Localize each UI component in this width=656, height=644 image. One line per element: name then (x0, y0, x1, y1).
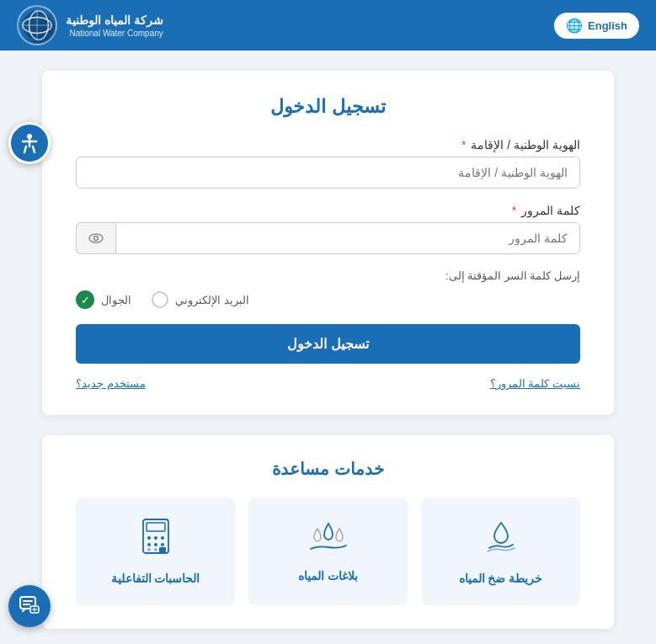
otp-email-option[interactable]: البريد الإلكتروني (152, 291, 249, 308)
main-content: تسجيل الدخول الهوية الوطنية / الإقامة * … (0, 51, 656, 644)
calculator-label: الحاسبات التفاعلية (111, 572, 200, 585)
water-bills-icon (306, 520, 351, 559)
lang-label: English (588, 19, 627, 32)
globe-icon: 🌐 (566, 18, 583, 34)
otp-mobile-label: الجوال (101, 294, 131, 306)
language-button[interactable]: English 🌐 (554, 13, 639, 39)
id-label: الهوية الوطنية / الإقامة * (76, 138, 580, 152)
calculator-icon (140, 518, 172, 562)
password-label: كلمة المرور * (76, 204, 580, 217)
company-arabic-name: شركة المياه الوطنية (66, 13, 163, 28)
svg-point-16 (161, 536, 164, 540)
id-field-group: الهوية الوطنية / الإقامة * (76, 138, 580, 189)
forgot-password-link[interactable]: نسيت كلمة المرور؟ (490, 377, 580, 390)
svg-line-9 (33, 146, 35, 152)
id-required: * (461, 138, 466, 152)
otp-label: إرسل كلمة السر المؤقتة إلى: (76, 269, 580, 282)
logo-svg (21, 9, 53, 41)
company-logo (17, 5, 57, 45)
svg-point-18 (154, 543, 157, 546)
password-input[interactable] (76, 222, 580, 254)
otp-email-radio (152, 291, 168, 308)
svg-point-14 (147, 536, 151, 540)
svg-point-15 (154, 536, 157, 540)
new-user-link[interactable]: مستخدم جديد؟ (76, 377, 146, 390)
login-title: تسجيل الدخول (76, 96, 580, 118)
help-title: خدمات مساعدة (76, 459, 580, 479)
id-input[interactable] (76, 157, 580, 189)
water-map-label: خريطة ضخ المياه (459, 572, 543, 585)
header: English 🌐 شركة المياه الوطنية National W… (0, 0, 656, 51)
chat-icon (19, 595, 40, 617)
chat-button[interactable] (8, 585, 51, 627)
help-card: خدمات مساعدة خريطة ضخ المياه (42, 435, 614, 629)
form-links: نسيت كلمة المرور؟ مستخدم جديد؟ (76, 377, 580, 390)
svg-point-19 (161, 543, 164, 546)
company-english-name: National Water Company (66, 29, 163, 38)
svg-line-8 (24, 146, 26, 152)
password-field-group: كلمة المرور * (76, 204, 580, 254)
otp-section: إرسل كلمة السر المؤقتة إلى: البريد الإلك… (76, 269, 580, 309)
water-bills-label: بلاغات المياه (298, 569, 358, 583)
svg-rect-13 (147, 523, 165, 531)
company-name: شركة المياه الوطنية National Water Compa… (66, 13, 163, 37)
svg-point-21 (154, 548, 157, 551)
help-item-water-bills[interactable]: بلاغات المياه (248, 498, 408, 605)
password-wrapper (76, 222, 580, 254)
otp-mobile-check: ✓ (76, 290, 94, 309)
login-card: تسجيل الدخول الهوية الوطنية / الإقامة * … (42, 71, 614, 415)
accessibility-button[interactable] (8, 122, 51, 164)
eye-icon (88, 230, 104, 247)
help-item-calculator[interactable]: الحاسبات التفاعلية (76, 498, 235, 605)
svg-point-10 (89, 234, 103, 242)
otp-mobile-option[interactable]: الجوال ✓ (76, 290, 131, 309)
login-button[interactable]: تسجيل الدخول (76, 324, 580, 364)
otp-options: البريد الإلكتروني الجوال ✓ (76, 290, 580, 309)
svg-point-20 (147, 548, 151, 551)
svg-point-17 (147, 543, 151, 546)
water-map-icon (483, 518, 520, 562)
toggle-password-button[interactable] (76, 222, 116, 254)
password-required: * (512, 204, 516, 217)
otp-email-label: البريد الإلكتروني (175, 294, 249, 306)
logo-area: شركة المياه الوطنية National Water Compa… (17, 5, 163, 45)
accessibility-icon (19, 132, 40, 154)
svg-point-11 (94, 237, 99, 241)
help-grid: خريطة ضخ المياه بلاغات المياه (76, 498, 580, 605)
help-item-water-map[interactable]: خريطة ضخ المياه (421, 498, 580, 605)
svg-rect-22 (159, 547, 166, 552)
